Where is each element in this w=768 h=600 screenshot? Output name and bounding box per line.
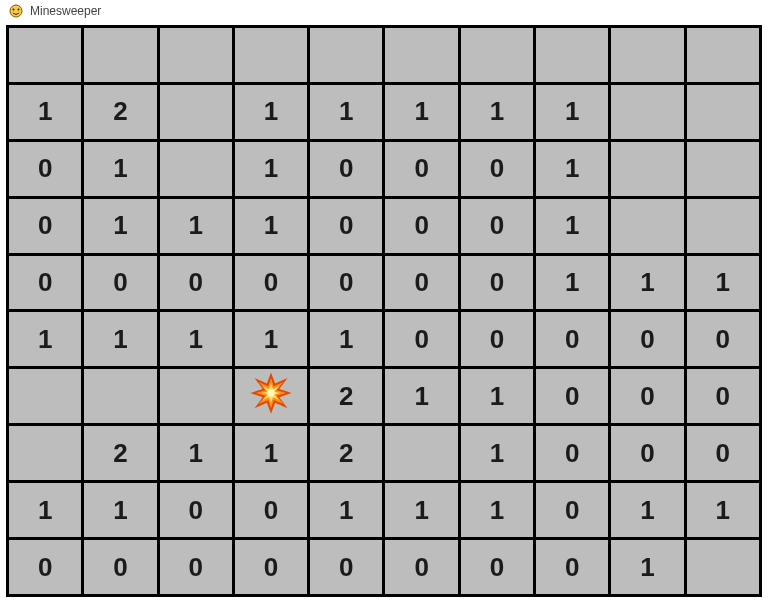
board-cell[interactable] (459, 27, 534, 84)
board-cell[interactable] (685, 140, 760, 197)
board-cell[interactable]: 1 (535, 140, 610, 197)
board-cell[interactable]: 1 (233, 311, 308, 368)
board-cell[interactable]: 1 (685, 254, 760, 311)
board-cell[interactable]: 0 (83, 539, 158, 596)
board-cell[interactable]: 1 (83, 140, 158, 197)
board-cell[interactable] (158, 368, 233, 425)
board-cell[interactable]: 0 (535, 425, 610, 482)
board-cell[interactable] (610, 27, 685, 84)
board-cell[interactable] (685, 27, 760, 84)
board-cell[interactable]: 1 (158, 425, 233, 482)
board-cell[interactable]: 1 (8, 83, 83, 140)
board-cell[interactable]: 2 (83, 425, 158, 482)
board-cell[interactable]: 1 (535, 83, 610, 140)
board-cell[interactable]: 1 (459, 482, 534, 539)
board-cell[interactable]: 0 (158, 254, 233, 311)
board-cell[interactable]: 1 (8, 482, 83, 539)
board-cell[interactable]: 0 (384, 311, 459, 368)
board-cell[interactable] (309, 27, 384, 84)
board-cell[interactable]: 0 (459, 254, 534, 311)
board-cell[interactable]: 0 (8, 254, 83, 311)
board-cell[interactable] (685, 539, 760, 596)
board-cell[interactable] (158, 140, 233, 197)
board-cell[interactable] (535, 27, 610, 84)
board-cell[interactable]: 0 (459, 197, 534, 254)
board-cell[interactable]: 1 (459, 368, 534, 425)
board-cell[interactable]: 0 (610, 368, 685, 425)
board-cell[interactable] (384, 425, 459, 482)
board-cell[interactable] (233, 27, 308, 84)
board-cell[interactable] (610, 83, 685, 140)
board-cell[interactable]: 1 (610, 254, 685, 311)
board-cell[interactable]: 0 (309, 254, 384, 311)
board-cell[interactable] (610, 140, 685, 197)
board-cell[interactable]: 2 (83, 83, 158, 140)
board-cell[interactable]: 1 (158, 311, 233, 368)
board-cell[interactable]: 1 (83, 197, 158, 254)
board-cell[interactable]: 0 (309, 539, 384, 596)
board-cell[interactable]: 0 (8, 539, 83, 596)
board-cell[interactable]: 1 (233, 83, 308, 140)
board-cell[interactable] (158, 83, 233, 140)
board-cell[interactable]: 0 (158, 539, 233, 596)
board-cell[interactable]: 1 (8, 311, 83, 368)
board-cell[interactable]: 1 (535, 197, 610, 254)
board-cell[interactable]: 0 (158, 482, 233, 539)
board-cell[interactable]: 0 (610, 311, 685, 368)
board-cell[interactable]: 0 (459, 539, 534, 596)
board-cell[interactable]: 0 (309, 140, 384, 197)
board-cell[interactable] (233, 368, 308, 425)
board-cell[interactable] (8, 368, 83, 425)
board-cell[interactable]: 0 (535, 311, 610, 368)
board-cell[interactable]: 2 (309, 425, 384, 482)
board-cell[interactable]: 1 (459, 83, 534, 140)
board-cell[interactable]: 1 (384, 482, 459, 539)
board-cell[interactable]: 0 (459, 140, 534, 197)
board-cell[interactable] (8, 27, 83, 84)
board-cell[interactable]: 1 (309, 482, 384, 539)
board-cell[interactable]: 0 (384, 254, 459, 311)
board-cell[interactable] (685, 197, 760, 254)
board-cell[interactable]: 0 (384, 197, 459, 254)
board-cell[interactable] (610, 197, 685, 254)
board-cell[interactable]: 1 (610, 482, 685, 539)
board-cell[interactable]: 1 (535, 254, 610, 311)
board-cell[interactable]: 0 (233, 539, 308, 596)
board-cell[interactable]: 1 (233, 197, 308, 254)
board-cell[interactable] (158, 27, 233, 84)
board-cell[interactable]: 0 (459, 311, 534, 368)
board-cell[interactable]: 1 (685, 482, 760, 539)
board-cell[interactable]: 1 (158, 197, 233, 254)
board-cell[interactable]: 1 (610, 539, 685, 596)
board-cell[interactable]: 1 (233, 425, 308, 482)
board-cell[interactable]: 1 (83, 311, 158, 368)
board-cell[interactable]: 0 (685, 311, 760, 368)
board-cell[interactable] (83, 368, 158, 425)
board-cell[interactable]: 1 (459, 425, 534, 482)
board-cell[interactable]: 1 (83, 482, 158, 539)
board-cell[interactable] (384, 27, 459, 84)
board-cell[interactable] (8, 425, 83, 482)
board-cell[interactable]: 1 (233, 140, 308, 197)
board-cell[interactable]: 1 (384, 83, 459, 140)
board-cell[interactable]: 0 (535, 368, 610, 425)
board-cell[interactable]: 0 (8, 197, 83, 254)
board-cell[interactable] (685, 83, 760, 140)
board-cell[interactable]: 0 (535, 482, 610, 539)
board-cell[interactable]: 1 (309, 83, 384, 140)
board-cell[interactable]: 1 (309, 311, 384, 368)
board-cell[interactable]: 0 (685, 425, 760, 482)
board-cell[interactable]: 0 (610, 425, 685, 482)
board-cell[interactable]: 0 (83, 254, 158, 311)
board-cell[interactable]: 2 (309, 368, 384, 425)
board-cell[interactable]: 0 (384, 539, 459, 596)
board-cell[interactable]: 0 (535, 539, 610, 596)
board-cell[interactable]: 0 (384, 140, 459, 197)
board-cell[interactable]: 0 (309, 197, 384, 254)
board-cell[interactable] (83, 27, 158, 84)
board-cell[interactable]: 0 (8, 140, 83, 197)
board-cell[interactable]: 1 (384, 368, 459, 425)
board-cell[interactable]: 0 (233, 482, 308, 539)
board-cell[interactable]: 0 (233, 254, 308, 311)
board-cell[interactable]: 0 (685, 368, 760, 425)
